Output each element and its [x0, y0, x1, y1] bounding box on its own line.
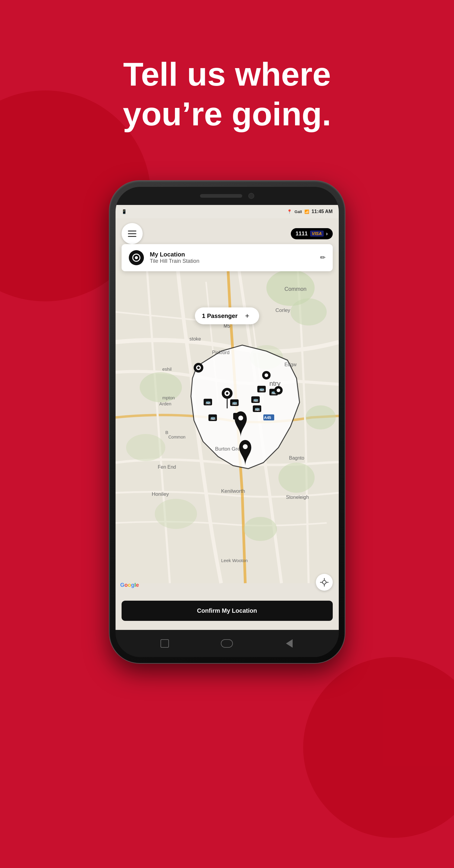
svg-text:Kenilworth: Kenilworth: [221, 488, 245, 494]
google-logo: Google: [120, 582, 139, 588]
svg-text:mpton: mpton: [162, 395, 175, 400]
passenger-bubble[interactable]: 1 Passenger +: [195, 307, 259, 324]
svg-text:Common: Common: [168, 435, 186, 439]
svg-text:Bagnto: Bagnto: [289, 456, 304, 461]
svg-text:Common: Common: [284, 286, 307, 292]
svg-point-56: [243, 444, 248, 449]
status-left: 📱: [121, 209, 127, 214]
svg-text:Leek Wooton: Leek Wooton: [221, 558, 248, 563]
chevron-right-icon: ›: [326, 230, 328, 237]
svg-point-55: [238, 415, 243, 421]
headline-line2: you’re going.: [30, 94, 424, 134]
card-number: 1111: [295, 230, 308, 237]
svg-point-5: [306, 405, 336, 430]
time-display: 11:45 AM: [312, 209, 333, 214]
location-label: My Location: [150, 251, 314, 258]
svg-point-60: [277, 389, 280, 392]
svg-text:🚌: 🚌: [232, 400, 237, 405]
svg-point-34: [197, 367, 200, 369]
signal-text: Gall: [294, 210, 302, 214]
back-button[interactable]: [283, 638, 295, 650]
phone-screen: Common stoke eshil mpton Arden Edgw Pick…: [116, 205, 339, 630]
svg-text:🚌: 🚌: [205, 400, 211, 405]
card-chip[interactable]: 1111 VISA ›: [291, 228, 333, 239]
svg-text:Edgw: Edgw: [284, 362, 296, 367]
bg-decoration-2: [303, 657, 454, 838]
svg-point-6: [126, 434, 165, 461]
location-card[interactable]: My Location Tile Hill Train Station ✏: [121, 244, 333, 271]
svg-text:🚌: 🚌: [210, 415, 216, 421]
add-passenger-button[interactable]: +: [242, 311, 252, 321]
back-icon: [286, 639, 293, 648]
menu-line-3: [128, 236, 136, 237]
signal-icon: 📶: [304, 210, 309, 214]
menu-line-2: [128, 233, 136, 234]
svg-text:Arden: Arden: [159, 401, 171, 406]
headline: Tell us where you’re going.: [0, 54, 454, 134]
screen-icon: 📱: [121, 209, 127, 214]
confirm-location-button[interactable]: Confirm My Location: [121, 601, 333, 621]
phone-inner-shell: Common stoke eshil mpton Arden Edgw Pick…: [116, 187, 339, 657]
svg-point-37: [226, 392, 228, 395]
recent-apps-button[interactable]: [159, 638, 171, 650]
phone-mockup: Common stoke eshil mpton Arden Edgw Pick…: [110, 181, 345, 663]
status-bar: 📱 📍 Gall 📶 11:45 AM: [116, 205, 339, 218]
svg-text:🚌: 🚌: [253, 397, 258, 402]
svg-text:eshil: eshil: [162, 367, 172, 372]
edit-icon[interactable]: ✏: [320, 254, 325, 261]
crosshair-button[interactable]: [316, 574, 333, 591]
recent-apps-icon: [161, 639, 169, 648]
svg-point-2: [290, 299, 327, 326]
headline-line1: Tell us where: [30, 54, 424, 94]
phone-speaker: [200, 194, 242, 198]
svg-text:Fen End: Fen End: [158, 464, 176, 470]
svg-text:🚌: 🚌: [259, 387, 264, 392]
location-value: Tile Hill Train Station: [150, 258, 314, 264]
svg-point-63: [322, 581, 326, 584]
crosshair-icon: [320, 578, 329, 587]
home-button[interactable]: [221, 638, 233, 650]
svg-point-3: [140, 372, 182, 402]
phone-outer-shell: Common stoke eshil mpton Arden Edgw Pick…: [110, 181, 345, 663]
svg-point-62: [135, 256, 138, 259]
location-icon: 📍: [287, 209, 292, 214]
phone-bottom-nav: [116, 630, 339, 657]
phone-top-bar: [116, 187, 339, 205]
svg-point-9: [244, 517, 277, 541]
svg-text:Honiley: Honiley: [152, 491, 169, 497]
home-icon: [221, 639, 233, 648]
svg-text:Pickford: Pickford: [212, 350, 230, 355]
svg-text:Stoneleigh: Stoneleigh: [286, 495, 309, 500]
menu-button[interactable]: [121, 223, 143, 244]
visa-badge: VISA: [310, 230, 324, 237]
location-marker-icon: [132, 253, 141, 262]
svg-text:B: B: [165, 430, 168, 435]
svg-point-8: [155, 499, 197, 529]
svg-text:Corley: Corley: [276, 307, 290, 313]
svg-point-7: [278, 463, 315, 493]
svg-text:🚌: 🚌: [255, 406, 260, 411]
location-text: My Location Tile Hill Train Station: [150, 251, 314, 264]
phone-camera: [248, 193, 254, 199]
menu-line-1: [128, 230, 136, 231]
svg-text:stoke: stoke: [190, 336, 201, 341]
svg-point-58: [264, 373, 268, 377]
status-icons-right: 📍 Gall 📶 11:45 AM: [287, 209, 333, 214]
location-icon: [129, 250, 144, 265]
svg-text:A45: A45: [264, 415, 271, 420]
passenger-count-text: 1 Passenger: [202, 313, 238, 319]
